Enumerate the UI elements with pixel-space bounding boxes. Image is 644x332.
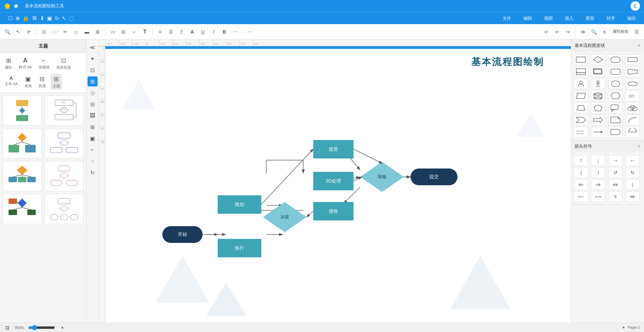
add-page-btn[interactable]: + <box>623 325 625 330</box>
shape-circle[interactable] <box>608 78 623 89</box>
canvas-background[interactable]: 基本流程图绘制 <box>105 46 571 323</box>
right-panel-arrows-close[interactable]: × <box>638 143 641 149</box>
rotate-btn[interactable]: ⟳ <box>24 27 34 37</box>
shape-arc[interactable] <box>626 115 640 125</box>
text-btn[interactable]: T <box>140 27 150 37</box>
shape-tag-29y[interactable]: 29Y <box>626 90 640 101</box>
node-plan[interactable]: 规划 <box>218 195 261 214</box>
shape-diamond[interactable] <box>591 54 605 65</box>
menu-item-arrange[interactable]: 编排 <box>625 14 639 23</box>
chevron-up-icon[interactable]: ∧ <box>600 27 609 37</box>
table-btn[interactable]: ⊞ <box>93 27 102 37</box>
refresh-icon[interactable]: ↻ <box>55 15 59 21</box>
shape-wave[interactable] <box>626 66 640 77</box>
zoom-in-btn[interactable]: + <box>59 324 66 331</box>
menu-item-align[interactable]: 对齐 <box>604 14 618 23</box>
rect-btn[interactable]: ▭ <box>108 27 117 37</box>
shape-template-3[interactable] <box>3 128 42 158</box>
cursor-icon[interactable]: ↖ <box>62 15 66 21</box>
new-icon[interactable]: ☐ <box>8 15 13 21</box>
expand-btn[interactable]: ≫ <box>578 27 588 37</box>
more2-btn[interactable]: ⋯ <box>246 27 255 37</box>
tab-theme[interactable]: ⊞ 主题 <box>51 74 62 90</box>
arrow-down[interactable]: ↓ <box>591 155 605 166</box>
tab-text[interactable]: A 文本 6A <box>3 74 20 90</box>
layers-btn[interactable]: ⊟ <box>88 99 98 109</box>
arrow-double-left[interactable]: ⇐ <box>574 179 588 190</box>
expand-canvas-btn[interactable]: ⊡ <box>4 324 11 331</box>
shape-template-7[interactable] <box>3 194 42 224</box>
shape-wavy-rect[interactable] <box>608 66 623 77</box>
scatter-btn[interactable]: ⁙ <box>88 156 98 166</box>
select-icon[interactable]: ⬚ <box>69 15 74 21</box>
lock-icon[interactable]: 🔒 <box>22 15 29 21</box>
align-left-btn[interactable]: ≡ <box>155 27 165 37</box>
download-icon[interactable]: ⬇ <box>40 15 44 21</box>
arrow-up[interactable]: ↑ <box>574 155 588 166</box>
arrow-curve-right[interactable]: ↻ <box>626 167 640 178</box>
font-a-btn[interactable]: A <box>187 27 197 37</box>
undo-btn[interactable]: ↩ <box>542 27 551 37</box>
shape-rounded-rect[interactable] <box>608 54 623 65</box>
right-panel-basic-close[interactable]: × <box>638 43 641 49</box>
fill-btn[interactable]: ▬ <box>82 27 92 37</box>
pointer-btn[interactable]: ↖ <box>13 27 23 37</box>
node-start[interactable]: 开始 <box>162 226 203 243</box>
arrow-long-horiz[interactable]: ⟷ <box>591 191 605 202</box>
undo2-btn[interactable]: ↩ <box>552 27 562 37</box>
shape-template-5[interactable] <box>3 161 42 191</box>
shape-half-circle[interactable] <box>626 127 640 137</box>
menu-item-insert[interactable]: 插入 <box>562 14 576 23</box>
menu-item-view[interactable]: 视图 <box>541 14 555 23</box>
shape-stick-figure[interactable] <box>591 78 605 89</box>
shape-pentagon[interactable] <box>591 103 605 113</box>
search-toolbar-btn[interactable]: 🔍 <box>3 27 12 37</box>
menu-item-edit[interactable]: 编辑 <box>521 14 535 23</box>
shape-btn[interactable]: ◇ <box>71 27 81 37</box>
shape-small-text[interactable]: text heretext here <box>574 127 588 137</box>
crop-tool-btn[interactable]: ⊡ <box>88 65 98 75</box>
chart-btn[interactable]: ⊞ <box>88 122 98 132</box>
shape-note[interactable] <box>608 115 623 125</box>
connector-btn[interactable]: ⌐ <box>129 27 139 37</box>
shape-callout[interactable] <box>608 103 623 113</box>
open-icon[interactable]: ⊕ <box>15 15 20 21</box>
share-icon[interactable]: ⌘ <box>32 15 37 21</box>
align-center-btn[interactable]: ☰ <box>166 27 175 37</box>
arrow-right-item[interactable]: → <box>608 155 623 166</box>
redo-btn[interactable]: ↪ <box>563 27 573 37</box>
table2-btn[interactable]: ⊟ <box>119 27 128 37</box>
search2-btn[interactable]: 🔍 <box>589 27 598 37</box>
refresh-tool-btn[interactable]: ↻ <box>88 168 98 178</box>
menu-item-shape[interactable]: 图形 <box>583 14 597 23</box>
list-icon[interactable]: ☰ <box>632 27 641 37</box>
node-review[interactable]: 审核 <box>360 162 404 192</box>
arrow-left[interactable]: ← <box>626 155 640 166</box>
pages-icon[interactable]: ▣ <box>47 15 52 21</box>
node-submit[interactable]: 提交 <box>411 169 458 185</box>
shape-dbl-rect[interactable] <box>591 66 605 77</box>
more-btn[interactable]: ⋯ <box>230 27 240 37</box>
menu-item-file[interactable]: 文件 <box>500 14 514 23</box>
shape-rect[interactable] <box>574 54 588 65</box>
magic-btn[interactable]: ✦ <box>88 54 98 64</box>
shape-oval[interactable] <box>626 78 640 89</box>
shape-person[interactable] <box>574 78 588 89</box>
node-decision-left[interactable]: 决策 <box>263 202 307 232</box>
shape-arrow-right[interactable] <box>591 115 605 125</box>
underline-btn[interactable]: U <box>198 27 208 37</box>
diamond-btn[interactable]: ◇ <box>88 88 98 98</box>
shape-parallelogram[interactable] <box>574 90 588 101</box>
image-btn[interactable]: 🖼 <box>88 111 98 121</box>
bold-btn[interactable]: B <box>220 27 229 37</box>
shape-trapezoid[interactable] <box>574 103 588 113</box>
arrow-double-right[interactable]: ⇒ <box>591 179 605 190</box>
shape-hexagon[interactable] <box>608 90 623 101</box>
tab-style[interactable]: ⊞ 属性 <box>3 56 14 71</box>
node-accept[interactable]: 接受 <box>313 140 354 158</box>
tab-container[interactable]: ⊟ 容器 <box>37 74 48 90</box>
shape-tag-pentagon[interactable] <box>608 127 623 137</box>
node-receive[interactable]: 接收 <box>313 202 354 220</box>
collapse-btn[interactable]: ≪ <box>88 42 98 52</box>
zoom-slider[interactable] <box>28 325 55 330</box>
